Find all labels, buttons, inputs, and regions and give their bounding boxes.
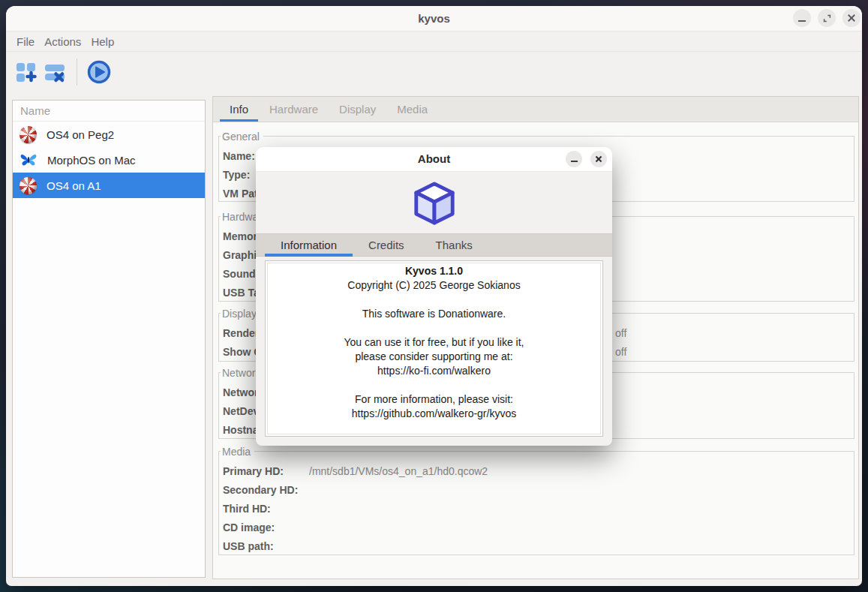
vm-item-morphos-on-mac[interactable]: MorphOS on Mac bbox=[13, 147, 205, 173]
minimize-icon bbox=[571, 161, 578, 162]
close-button[interactable] bbox=[842, 9, 860, 27]
field-label: Primary HD: bbox=[223, 465, 284, 477]
field-label: USB path: bbox=[223, 540, 274, 552]
menu-actions[interactable]: Actions bbox=[44, 35, 81, 48]
vm-item-os4-on-a1[interactable]: OS4 on A1 bbox=[13, 173, 205, 198]
about-close-button[interactable] bbox=[590, 151, 607, 167]
section-legend: General bbox=[221, 130, 263, 143]
start-vm-button[interactable] bbox=[85, 58, 113, 86]
section-legend: Display bbox=[221, 307, 260, 320]
kyvos-window: kyvos File Actions Help bbox=[6, 6, 862, 586]
section-media: Media Primary HD: /mnt/sdb1/VMs/os4_on_a… bbox=[218, 451, 854, 555]
about-tabbar: Information Credits Thanks bbox=[256, 233, 612, 257]
butterfly-icon bbox=[20, 151, 38, 169]
restore-icon bbox=[823, 14, 831, 23]
menubar: File Actions Help bbox=[6, 32, 862, 52]
add-vm-icon bbox=[14, 60, 38, 84]
about-tab-information[interactable]: Information bbox=[265, 234, 353, 256]
add-vm-button[interactable] bbox=[12, 58, 41, 86]
close-icon bbox=[847, 14, 856, 23]
play-icon bbox=[86, 59, 112, 85]
menu-help[interactable]: Help bbox=[91, 35, 114, 48]
about-support-line: please consider supporting me at: bbox=[268, 350, 600, 364]
vm-list-panel: Name OS4 on Peg2 MorphOS on Mac OS4 on A… bbox=[12, 100, 206, 578]
vm-item-label: MorphOS on Mac bbox=[47, 154, 136, 167]
about-spacer bbox=[268, 321, 600, 335]
field-label: Secondary HD: bbox=[223, 484, 298, 496]
about-content-frame: Kyvos 1.1.0 Copyright (C) 2025 George So… bbox=[265, 260, 603, 437]
field-value: /mnt/sdb1/VMs/os4_on_a1/hd0.qcow2 bbox=[309, 465, 488, 477]
window-title: kyvos bbox=[6, 6, 862, 31]
about-copyright: Copyright (C) 2025 George Sokianos bbox=[268, 278, 600, 293]
vm-item-os4-on-peg2[interactable]: OS4 on Peg2 bbox=[13, 122, 205, 147]
field-label: Sound: bbox=[223, 268, 259, 280]
field-value: off bbox=[615, 327, 626, 339]
field-row: Primary HD: /mnt/sdb1/VMs/os4_on_a1/hd0.… bbox=[219, 461, 854, 480]
section-legend: Media bbox=[221, 445, 254, 458]
menu-file[interactable]: File bbox=[17, 35, 35, 48]
app-icon-wrap bbox=[256, 180, 612, 227]
cube-icon bbox=[411, 180, 458, 227]
vm-item-label: OS4 on A1 bbox=[47, 179, 101, 192]
tab-info[interactable]: Info bbox=[219, 97, 259, 122]
about-kofi-url: https://ko-fi.com/walkero bbox=[268, 364, 600, 378]
field-value: off bbox=[615, 346, 626, 358]
about-tab-thanks[interactable]: Thanks bbox=[420, 234, 488, 256]
about-spacer bbox=[268, 378, 600, 392]
field-row: Secondary HD: bbox=[219, 480, 854, 499]
field-label: Third HD: bbox=[223, 503, 271, 515]
about-dialog: About Information bbox=[256, 147, 612, 446]
about-support-line: You can use it for free, but if you like… bbox=[268, 335, 600, 350]
field-row: CD image: bbox=[219, 518, 854, 536]
toolbar bbox=[6, 53, 113, 92]
remove-vm-icon bbox=[43, 60, 67, 84]
tab-hardware[interactable]: Hardware bbox=[259, 97, 329, 122]
about-donationware: This software is Donationware. bbox=[268, 307, 600, 321]
tab-media[interactable]: Media bbox=[386, 97, 438, 122]
about-minimize-button[interactable] bbox=[566, 151, 582, 167]
about-spacer bbox=[268, 293, 600, 307]
titlebar[interactable]: kyvos bbox=[6, 6, 862, 32]
field-label: CD image: bbox=[223, 521, 275, 533]
restore-button[interactable] bbox=[818, 9, 836, 27]
boing-ball-icon bbox=[20, 177, 37, 194]
desktop: kyvos File Actions Help bbox=[0, 0, 868, 592]
toolbar-separator bbox=[77, 59, 77, 86]
about-dialog-titlebar[interactable]: About bbox=[256, 147, 612, 172]
boing-ball-icon bbox=[20, 126, 37, 143]
about-github-url: https://github.com/walkero-gr/kyvos bbox=[268, 407, 600, 421]
close-icon bbox=[595, 155, 602, 163]
about-info-line: For more information, please visit: bbox=[268, 392, 600, 407]
minimize-icon bbox=[798, 20, 806, 22]
about-dialog-title: About bbox=[256, 147, 612, 171]
about-content: Kyvos 1.1.0 Copyright (C) 2025 George So… bbox=[267, 263, 601, 434]
field-row: USB path: bbox=[219, 536, 854, 555]
vm-list-header[interactable]: Name bbox=[13, 101, 205, 122]
details-tabbar: Info Hardware Display Media bbox=[213, 97, 858, 122]
about-version: Kyvos 1.1.0 bbox=[268, 264, 600, 278]
remove-vm-button[interactable] bbox=[41, 58, 69, 86]
minimize-button[interactable] bbox=[793, 9, 811, 27]
field-row: Third HD: bbox=[219, 499, 854, 518]
vm-item-label: OS4 on Peg2 bbox=[47, 128, 114, 141]
field-label: Type: bbox=[223, 169, 250, 181]
about-tab-credits[interactable]: Credits bbox=[353, 234, 420, 256]
tab-display[interactable]: Display bbox=[329, 97, 386, 122]
field-label: Name: bbox=[223, 150, 255, 162]
